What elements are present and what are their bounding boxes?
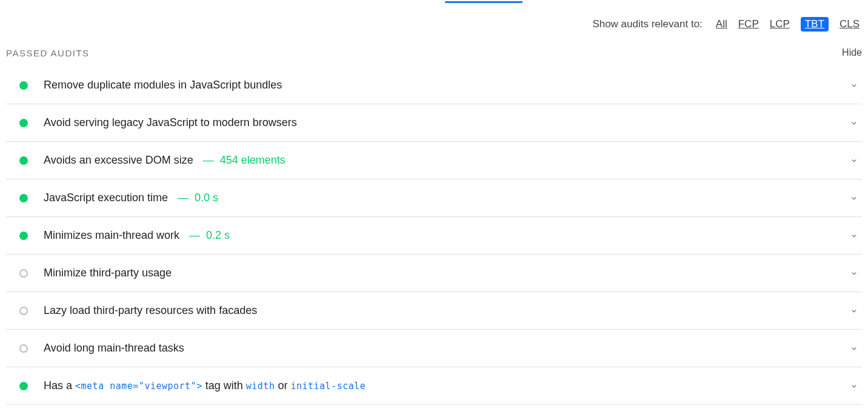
audit-list: Remove duplicate modules in JavaScript b… [0,67,868,405]
pass-icon [19,382,28,390]
pass-icon [19,232,28,240]
audit-detail: 0.0 s [195,192,218,204]
audit-detail: 454 elements [220,154,285,167]
chevron-down-icon [850,81,858,90]
chevron-down-icon [850,382,858,390]
audit-title: Minimizes main-thread work [44,229,179,242]
detail-separator: — [203,154,214,167]
audit-title: Lazy load third-party resources with fac… [44,304,257,317]
pass-icon [19,119,28,127]
audit-title: Avoid long main-thread tasks [44,342,184,355]
audit-row[interactable]: Minimizes main-thread work—0.2 s [6,217,862,255]
chevron-down-icon [850,307,858,315]
active-tab-indicator [445,1,522,3]
audit-row[interactable]: Minimize third-party usage [6,255,862,292]
audit-row[interactable]: Remove duplicate modules in JavaScript b… [6,67,862,104]
chevron-down-icon [850,269,858,278]
filter-cls[interactable]: CLS [840,18,860,30]
filter-lcp[interactable]: LCP [770,18,790,30]
chevron-down-icon [850,194,858,202]
neutral-icon [19,307,28,315]
detail-separator: — [189,229,200,242]
pass-icon [19,194,28,202]
audit-row[interactable]: Has a <meta name="viewport"> tag with wi… [6,367,862,405]
audit-title: Avoid serving legacy JavaScript to moder… [44,116,297,129]
audit-title: Avoids an excessive DOM size [44,154,193,167]
audit-row[interactable]: Avoid long main-thread tasks [6,330,862,367]
detail-separator: — [178,192,189,204]
neutral-icon [19,269,28,278]
chevron-down-icon [850,156,858,165]
section-header[interactable]: PASSED AUDITS Hide [0,41,868,67]
filter-label: Show audits relevant to: [592,18,702,30]
audit-title: JavaScript execution time [44,192,168,204]
chevron-down-icon [850,119,858,127]
audit-title: Minimize third-party usage [44,267,172,279]
audit-row[interactable]: Avoids an excessive DOM size—454 element… [6,142,862,179]
audit-row[interactable]: JavaScript execution time—0.0 s [6,179,862,217]
pass-icon [19,156,28,165]
hide-button[interactable]: Hide [842,47,862,58]
filter-tbt[interactable]: TBT [801,17,829,32]
audit-title: Has a <meta name="viewport"> tag with wi… [44,379,366,392]
audit-detail: 0.2 s [206,229,230,242]
chevron-down-icon [850,344,858,353]
chevron-down-icon [850,232,858,240]
audit-row[interactable]: Avoid serving legacy JavaScript to moder… [6,104,862,142]
audit-row[interactable]: Lazy load third-party resources with fac… [6,292,862,330]
filter-all[interactable]: All [716,18,727,30]
section-title: PASSED AUDITS [6,48,90,58]
neutral-icon [19,344,28,353]
pass-icon [19,81,28,90]
audit-title: Remove duplicate modules in JavaScript b… [44,79,282,92]
filter-bar: Show audits relevant to: All FCP LCP TBT… [0,11,868,38]
filter-fcp[interactable]: FCP [738,18,759,30]
